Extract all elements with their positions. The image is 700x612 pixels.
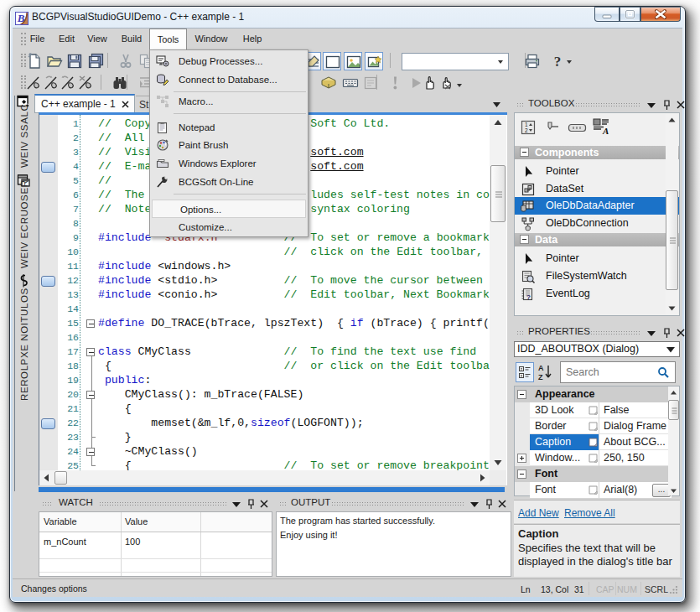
svg-text:A: A xyxy=(602,126,609,136)
svg-text:?: ? xyxy=(554,54,562,70)
svg-text:2: 2 xyxy=(525,127,528,133)
svg-text:?: ? xyxy=(526,293,531,301)
svg-text:Z: Z xyxy=(538,373,543,381)
svg-text:1: 1 xyxy=(525,122,528,127)
svg-text:A: A xyxy=(538,364,544,372)
svg-text:B: B xyxy=(17,12,25,24)
